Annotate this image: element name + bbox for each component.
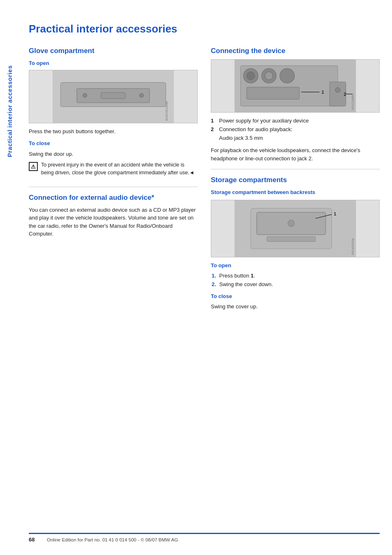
glove-close-text: Swing the door up. (29, 150, 198, 158)
storage-section-heading: Storage compartments (211, 176, 380, 184)
warning-text: To prevent injury in the event of an acc… (41, 161, 198, 177)
svg-point-3 (83, 93, 87, 97)
connecting-device-image: 1 2 VX1C23456 (211, 59, 380, 113)
svg-point-4 (140, 93, 144, 97)
storage-step-2: 2. Swing the cover down. (211, 280, 380, 289)
device-list-item-1: 1 Power supply for your auxiliary device (211, 117, 380, 125)
svg-text:KKCe01245p: KKCe01245p (351, 238, 355, 255)
sidebar-label: Practical interior accessories (0, 25, 20, 197)
connection-section-heading: Connection for external audio device* (29, 194, 198, 202)
glove-compartment-image: WX2C0G120ab (29, 70, 198, 123)
glove-open-text: Press the two push buttons together. (29, 127, 198, 136)
svg-point-18 (335, 88, 340, 92)
connection-body-text: You can connect an external audio device… (29, 206, 198, 238)
svg-rect-14 (247, 87, 299, 99)
glove-to-open-label: To open (29, 59, 198, 67)
storage-to-open-label: To open (211, 261, 380, 270)
svg-text:1: 1 (322, 90, 324, 95)
page-title: Practical interior accessories (29, 23, 380, 35)
glove-to-close-label: To close (29, 139, 198, 148)
device-list: 1 Power supply for your auxiliary device… (211, 117, 380, 142)
svg-text:VX1C23456: VX1C23456 (351, 95, 354, 110)
left-column: Glove compartment To open WX2C0G120ab (29, 47, 198, 314)
svg-text:WX2C0G120ab: WX2C0G120ab (165, 101, 168, 120)
warning-icon: ⚠ (29, 162, 38, 171)
storage-subsection-heading: Storage compartment between backrests (211, 188, 380, 197)
svg-point-13 (280, 69, 294, 83)
svg-text:1: 1 (334, 211, 336, 216)
svg-point-25 (288, 220, 295, 227)
svg-point-12 (265, 72, 273, 80)
divider (29, 187, 198, 187)
storage-to-close-label: To close (211, 292, 380, 301)
storage-close-text: Swing the cover up. (211, 303, 380, 311)
footer-text: Online Edition for Part no. 01 41 0 014 … (47, 537, 178, 542)
glove-section-heading: Glove compartment (29, 47, 198, 55)
right-column: Connecting the device (211, 47, 380, 314)
storage-compartment-image: 1 KKCe01245p (211, 200, 380, 257)
svg-rect-5 (101, 92, 125, 99)
storage-step-1: 1. Press button 1. (211, 272, 380, 280)
page-number: 68 (29, 536, 40, 543)
storage-open-steps: 1. Press button 1. 2. Swing the cover do… (211, 272, 380, 289)
connecting-device-body: For playback on the vehicle loudspeakers… (211, 146, 380, 162)
svg-rect-17 (330, 82, 346, 106)
connecting-device-heading: Connecting the device (211, 47, 380, 55)
footer: 68 Online Edition for Part no. 01 41 0 0… (29, 533, 380, 543)
svg-point-10 (247, 72, 255, 80)
device-list-item-2: 2 Connection for audio playback:Audio ja… (211, 125, 380, 143)
svg-text:2: 2 (344, 92, 346, 97)
svg-rect-26 (267, 237, 316, 242)
warning-box: ⚠ To prevent injury in the event of an a… (29, 161, 198, 180)
divider-right (211, 169, 380, 169)
